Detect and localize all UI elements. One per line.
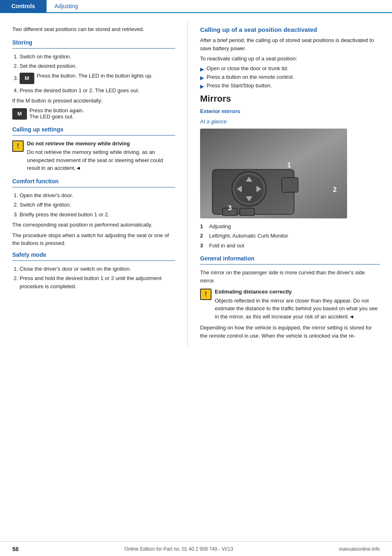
storing-step-1: Switch on the ignition.: [20, 53, 175, 61]
svg-text:1: 1: [287, 162, 291, 169]
storing-divider: [12, 48, 175, 49]
comfort-text1: The corresponding seat position is perfo…: [12, 221, 175, 229]
svg-rect-10: [240, 208, 254, 216]
comfort-step-3: Briefly press the desired button 1 or 2.: [20, 211, 175, 219]
safety-step-1: Close the driver's door or switch on the…: [20, 265, 175, 273]
storing-step-4: Press the desired button 1 or 2. The LED…: [20, 87, 175, 95]
m-button-icon2: M: [12, 108, 27, 120]
safety-divider: [12, 260, 175, 261]
m-button-icon: M: [20, 73, 34, 84]
general-divider: [200, 264, 380, 265]
warning-icon-1: !: [12, 140, 24, 152]
warning-icon-2: !: [200, 289, 212, 300]
calling-up-deact-text1: After a brief period, the calling up of …: [200, 36, 380, 52]
num-list-item-2: 2 Left/right, Automatic Curb Monitor: [200, 232, 380, 240]
svg-text:2: 2: [333, 186, 337, 193]
page-content: Two different seat positions can be stor…: [0, 13, 392, 363]
comfort-divider: [12, 187, 175, 187]
num-list: 1 Adjusting 2 Left/right, Automatic Curb…: [200, 222, 380, 250]
footer-site: manualsonline.info: [339, 546, 380, 552]
exterior-header: Exterior mirrors: [200, 108, 380, 114]
comfort-step-2: Switch off the ignition.: [20, 201, 175, 209]
safety-header: Safety mode: [12, 251, 175, 258]
calling-up-deactivated-title: Calling up of a seat position deactivate…: [200, 25, 380, 34]
safety-step-2: Press and hold the desired button 1 or 2…: [20, 274, 175, 290]
general-header: General information: [200, 255, 380, 262]
intro-text: Two different seat positions can be stor…: [12, 25, 175, 33]
left-column: Two different seat positions can be stor…: [0, 21, 188, 346]
mirrors-main-header: Mirrors: [200, 93, 380, 104]
right-column: Calling up of a seat position deactivate…: [188, 21, 392, 346]
arrow-icon-1: ▶: [200, 66, 204, 72]
arrow-icon-2: ▶: [200, 75, 204, 81]
calling-up-divider: [12, 135, 175, 136]
svg-rect-8: [282, 178, 298, 192]
bullet-2: ▶ Press a button on the remote control.: [200, 74, 380, 81]
footer: 58 Online Edition for Part no. 01 40 2 9…: [0, 541, 392, 556]
comfort-step-1: Open the driver's door.: [20, 191, 175, 200]
calling-up-deact-text2: To reactivate calling up of a seat posit…: [200, 55, 380, 63]
bullet-1: ▶ Open or close the door or trunk lid.: [200, 65, 380, 72]
general-warning-text: Estimating distances correctly Objects r…: [215, 288, 380, 320]
calling-up-warning: ! Do not retrieve the memory while drivi…: [12, 140, 175, 172]
calling-up-warning-text: Do not retrieve the memory while driving…: [27, 140, 175, 172]
svg-text:3: 3: [228, 205, 232, 211]
nav-adjusting[interactable]: Adjusting: [47, 0, 87, 12]
page-number: 58: [12, 546, 19, 552]
num-list-item-3: 3 Fold in and out: [200, 242, 380, 250]
storing-list: Switch on the ignition. Set the desired …: [12, 53, 175, 95]
general-warning: ! Estimating distances correctly Objects…: [200, 288, 380, 320]
safety-list: Close the driver's door or switch on the…: [12, 265, 175, 291]
calling-up-header: Calling up settings: [12, 126, 175, 133]
calling-up-bullets: ▶ Open or close the door or trunk lid. ▶…: [200, 65, 380, 89]
storing-header: Storing: [12, 39, 175, 46]
num-list-item-1: 1 Adjusting: [200, 222, 380, 231]
footer-edition: Online Edition for Part no. 01 40 2 909 …: [125, 546, 233, 552]
at-glance-header: At a glance: [200, 118, 380, 125]
mirror-image: 1 2 3: [200, 129, 347, 218]
nav-controls[interactable]: Controls: [0, 0, 47, 12]
comfort-list: Open the driver's door. Switch off the i…: [12, 191, 175, 219]
storing-step-2: Set the desired position.: [20, 62, 175, 70]
general-text2: Depending on how the vehicle is equipped…: [200, 324, 380, 340]
arrow-icon-3: ▶: [200, 83, 204, 89]
bullet-3: ▶ Press the Start/Stop button.: [200, 82, 380, 89]
top-nav: Controls Adjusting: [0, 0, 392, 13]
if-m-step1: M Press the button again. The LED goes o…: [12, 107, 175, 120]
mirror-image-inner: 1 2 3: [200, 129, 347, 218]
comfort-header: Comfort function: [12, 178, 175, 185]
storing-step-3: M Press the button. The LED in the butto…: [20, 72, 175, 84]
comfort-text2: The procedure stops when a switch for ad…: [12, 231, 175, 247]
mirror-svg: 1 2 3: [200, 129, 347, 218]
if-m-text: If the M button is pressed accidentally:: [12, 97, 175, 105]
general-text1: The mirror on the passenger side is more…: [200, 269, 380, 285]
